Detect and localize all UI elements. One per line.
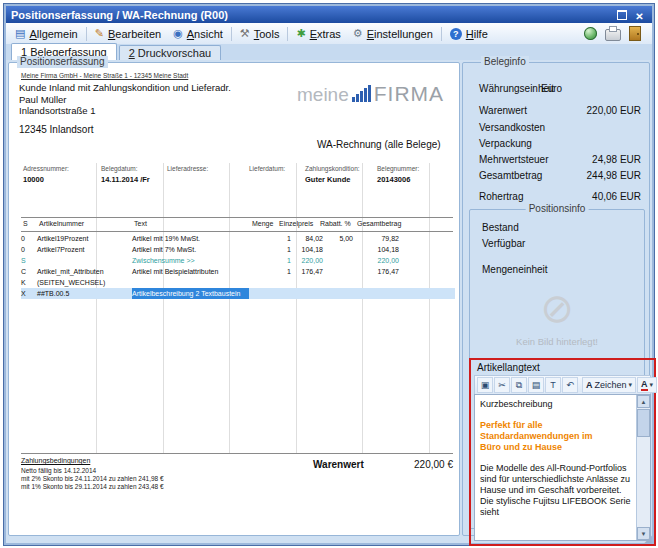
field-value-belegnummer[interactable]: 20143006 [377,175,410,184]
payment-terms-heading: Zahlungsbedingungen [21,457,90,464]
cell-gesamtbetrag: 79,82 [355,233,401,244]
resize-grip[interactable]: ◢ [644,534,652,544]
zeichen-label: Zeichen [595,380,627,390]
logo-word: meine [297,86,349,103]
beleginfo-row: Verpackung [479,138,641,150]
grid-line [96,163,97,453]
field-value: 220,00 EUR [541,105,641,116]
tab-druckvorschau[interactable]: 2 Druckvorschau [119,45,222,60]
cell-s: S [21,255,37,266]
maximize-icon [617,10,627,20]
field-label-adressnummer: Adressnummer: [23,165,69,172]
chevron-down-icon: ▾ [629,381,633,389]
menu-item-label: Bearbeiten [108,28,161,40]
menu-separator [86,27,87,41]
total-value: 220,00 € [373,459,453,470]
zeichen-format-button[interactable]: A Zeichen ▾ [582,377,636,393]
langtext-editor[interactable]: Kurzbeschreibung Perfekt für alle Standa… [475,395,637,540]
paste-button[interactable]: ▤ [528,377,544,393]
close-icon [635,6,643,24]
insert-text-button[interactable]: T [545,377,561,393]
field-value-adressnummer[interactable]: 10000 [23,175,44,184]
menu-item-hilfe[interactable]: ? Hilfe [444,26,494,42]
menu-item-label: Einstellungen [367,28,433,40]
undo-icon: ↶ [566,380,574,390]
langtext-highlight: Perfekt für alle Standardanwendungen im … [480,420,602,453]
grid-line [296,163,297,453]
font-color-button[interactable]: A ▾ [637,377,657,393]
column-header-text: Text [134,220,147,227]
payment-terms-line: mit 1% Skonto bis 29.11.2014 zu zahlen 2… [21,483,164,490]
field-value-belegdatum[interactable]: 14.11.2014 /Fr [101,175,150,184]
menu-item-tools[interactable]: ⚒ Tools [234,26,286,42]
cell-einzelpreis: 84,02 [293,233,325,244]
beleginfo-row: Rohertrag 40,06 EUR [479,191,641,203]
undo-button[interactable]: ↶ [562,377,578,393]
customer-street: Inlandsortstraße 1 [19,105,96,116]
menu-right-icons [584,26,649,41]
cell-einzelpreis: 220,00 [293,255,325,266]
cell-einzelpreis: 104,18 [293,244,325,255]
menu-item-label: Allgemein [29,28,77,40]
scrollbar-thumb[interactable] [637,409,650,437]
print-icon[interactable] [605,29,621,41]
cell-s: 0 [21,233,37,244]
cell-artikelnummer: Artikel_mit_Attributen [37,266,132,277]
document-type: WA-Rechnung (alle Belege) [317,139,441,150]
column-header-gesamtbetrag: Gesamtbetrag [357,220,401,227]
cell-s: K [21,277,37,288]
menu-item-extras[interactable]: ✱ Extras [290,26,346,42]
cell-rabatt [325,288,355,299]
cell-rabatt [325,266,355,277]
form-icon: ▤ [15,28,25,39]
langtext-caption: Artikellangtext [477,362,540,373]
field-label: Mehrwertsteuer [479,154,548,165]
table-row[interactable]: 0 Artikel7Prozent Artikel mit 7% MwSt. 1… [21,244,455,255]
cell-artikelnummer: Artikel19Prozent [37,233,132,244]
table-row[interactable]: C Artikel_mit_Attributen Artikel mit Bei… [21,266,455,277]
cut-icon: ✂ [498,380,506,390]
field-label: Verpackung [479,138,532,149]
table-rule [21,231,453,232]
chevron-down-icon: ▾ [650,381,654,389]
langtext-scrollbar[interactable] [636,395,650,540]
cell-text: Artikel mit 19% MwSt. [132,233,249,244]
cell-menge [249,288,293,299]
field-label-lieferadresse: Lieferadresse: [167,165,208,172]
cell-s: X [21,288,37,299]
no-image-text: Kein Bild hinterlegt! [476,336,638,347]
menu-bar: ▤ Allgemein ✎ Bearbeiten ◉ Ansicht ⚒ Too… [6,23,652,45]
globe-icon[interactable] [584,27,597,40]
menu-item-bearbeiten[interactable]: ✎ Bearbeiten [89,26,167,42]
langtext-toolbar: ▣ ✂ ⧉ ▤ T ↶ A Zeichen ▾ A ▾ ¶ [474,375,651,395]
cell-menge [249,277,293,288]
menu-item-allgemein[interactable]: ▤ Allgemein [9,26,84,42]
grid-line [229,163,230,453]
close-button[interactable] [632,8,647,21]
table-row[interactable]: K (SEITEN_WECHSEL) [21,277,455,288]
article-image-placeholder: ⊘ Kein Bild hinterlegt! [476,280,638,360]
column-header-einzelpreis: Einzelpreis [279,220,313,227]
tab-label: 2 Druckvorschau [129,47,212,59]
menu-item-einstellungen[interactable]: ⚙ Einstellungen [347,26,439,42]
langtext-field: Kurzbeschreibung Perfekt für alle Standa… [474,394,651,541]
cell-rabatt [325,244,355,255]
cell-gesamtbetrag: 176,47 [355,266,401,277]
maximize-button[interactable] [614,8,629,21]
font-icon: A [586,380,593,390]
table-row-subtotal[interactable]: S Zwischensumme >> 1 220,00 220,00 [21,255,455,266]
table-row-selected[interactable]: X ##TB.00.5 Artikelbeschreibung 2 Textba… [21,288,455,299]
cut-button[interactable]: ✂ [494,377,510,393]
field-value-zahlungskondition[interactable]: Guter Kunde [305,175,350,184]
exit-icon[interactable] [629,26,641,41]
field-label: Versandkosten [479,122,545,133]
insert-image-button[interactable]: ▣ [477,377,493,393]
copy-button[interactable]: ⧉ [511,377,527,393]
cell-text [132,277,249,288]
field-value: 244,98 EUR [541,170,641,181]
field-label-bestand: Bestand [482,222,519,233]
menu-item-ansicht[interactable]: ◉ Ansicht [167,26,229,42]
table-row[interactable]: 0 Artikel19Prozent Artikel mit 19% MwSt.… [21,233,455,244]
field-label-zahlungskondition: Zahlungskondition: [305,165,360,172]
scroll-up-button[interactable] [637,395,650,408]
